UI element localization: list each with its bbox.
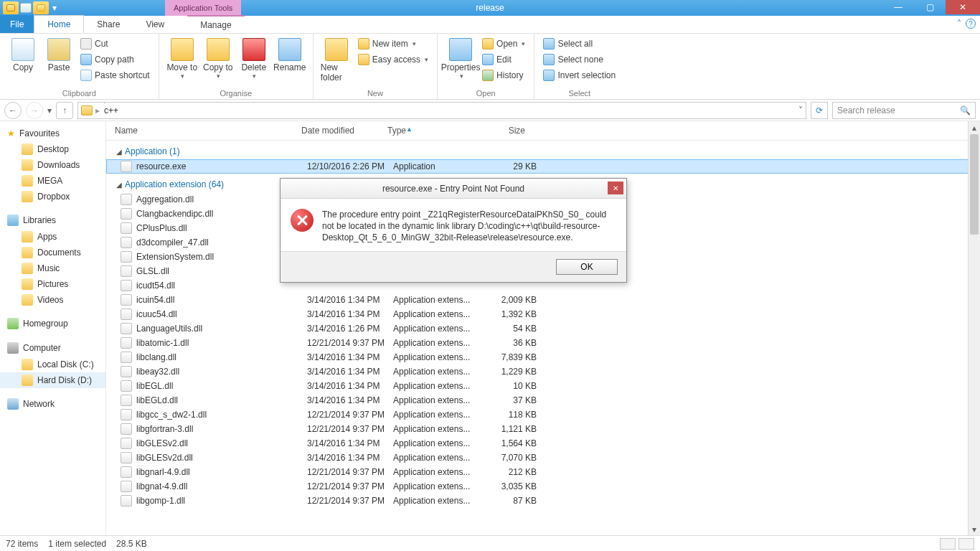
status-item-count: 72 items bbox=[6, 539, 38, 549]
ok-button[interactable]: OK bbox=[556, 259, 618, 275]
up-button[interactable]: ↑ bbox=[56, 102, 73, 119]
qat-properties-icon[interactable] bbox=[20, 3, 32, 13]
nav-item[interactable]: Music bbox=[0, 260, 105, 276]
details-view-button[interactable] bbox=[940, 538, 956, 550]
group-label: Select bbox=[540, 88, 618, 99]
qat-dropdown-icon[interactable]: ▾ bbox=[50, 3, 59, 13]
select-none-button[interactable]: Select none bbox=[540, 52, 618, 67]
copy-path-button[interactable]: Copy path bbox=[77, 52, 153, 67]
nav-homegroup[interactable]: Homegroup bbox=[0, 315, 105, 332]
col-type: Type ▲ bbox=[387, 126, 473, 136]
new-item-button[interactable]: New item bbox=[355, 37, 431, 51]
refresh-button[interactable]: ⟳ bbox=[811, 102, 828, 119]
scroll-down-icon[interactable]: ▾ bbox=[969, 523, 980, 535]
dialog-close-button[interactable]: ✕ bbox=[608, 182, 623, 194]
group-application[interactable]: ◢Application (1) bbox=[106, 141, 980, 159]
file-row[interactable]: libEGLd.dll3/14/2016 1:34 PMApplication … bbox=[106, 393, 980, 408]
folder-icon bbox=[22, 294, 33, 306]
nav-item[interactable]: Desktop bbox=[0, 141, 105, 157]
file-row[interactable]: libgcc_s_dw2-1.dll12/21/2014 9:37 PMAppl… bbox=[106, 408, 980, 422]
nav-item[interactable]: Local Disk (C:) bbox=[0, 357, 105, 372]
tab-share[interactable]: Share bbox=[84, 15, 133, 33]
recent-locations-icon[interactable]: ▾ bbox=[47, 105, 52, 116]
file-row[interactable]: libgnat-4.9.dll12/21/2014 9:37 PMApplica… bbox=[106, 479, 980, 494]
rename-button[interactable]: Rename bbox=[273, 37, 307, 74]
maximize-button[interactable]: ▢ bbox=[914, 0, 946, 14]
delete-button[interactable]: Delete bbox=[237, 37, 271, 81]
file-icon bbox=[121, 452, 132, 463]
move-to-button[interactable]: Move to bbox=[165, 37, 199, 81]
file-icon bbox=[121, 265, 132, 277]
cut-button[interactable]: Cut bbox=[77, 37, 153, 51]
file-row[interactable]: libEGL.dll3/14/2016 1:34 PMApplication e… bbox=[106, 379, 980, 393]
file-row[interactable]: resource.exe12/10/2016 2:26 PMApplicatio… bbox=[106, 159, 980, 174]
folder-icon bbox=[22, 175, 33, 187]
breadcrumb[interactable]: ▸ Computer▸Hard Disk (D:)▸coding▸c++▸qt▸… bbox=[77, 102, 806, 119]
history-button[interactable]: History bbox=[479, 68, 528, 83]
explorer-icon[interactable] bbox=[3, 1, 19, 14]
icons-view-button[interactable] bbox=[958, 538, 974, 550]
search-icon: 🔍 bbox=[960, 105, 971, 116]
invert-selection-button[interactable]: Invert selection bbox=[540, 68, 618, 83]
help-icon[interactable]: ? bbox=[966, 19, 976, 29]
file-row[interactable]: libeay32.dll3/14/2016 1:34 PMApplication… bbox=[106, 364, 980, 379]
folder-icon bbox=[22, 375, 33, 386]
easy-access-button[interactable]: Easy access bbox=[355, 52, 431, 67]
edit-button[interactable]: Edit bbox=[479, 52, 528, 67]
file-row[interactable]: LanguageUtils.dll3/14/2016 1:26 PMApplic… bbox=[106, 321, 980, 336]
minimize-button[interactable]: — bbox=[882, 0, 914, 14]
file-row[interactable]: libclang.dll3/14/2016 1:34 PMApplication… bbox=[106, 350, 980, 364]
nav-favourites[interactable]: ★Favourites bbox=[0, 126, 105, 141]
select-all-button[interactable]: Select all bbox=[540, 37, 618, 51]
file-row[interactable]: libgomp-1.dll12/21/2014 9:37 PMApplicati… bbox=[106, 494, 980, 508]
properties-button[interactable]: Properties bbox=[443, 37, 478, 81]
file-row[interactable]: libGLESv2d.dll3/14/2016 1:34 PMApplicati… bbox=[106, 451, 980, 465]
qat-newfolder-icon[interactable] bbox=[33, 1, 49, 14]
nav-network[interactable]: Network bbox=[0, 395, 105, 413]
group-label: Open bbox=[443, 88, 528, 99]
file-row[interactable]: icuuc54.dll3/14/2016 1:34 PMApplication … bbox=[106, 307, 980, 321]
nav-item[interactable]: Hard Disk (D:) bbox=[0, 372, 105, 388]
nav-item[interactable]: Dropbox bbox=[0, 189, 105, 204]
file-icon bbox=[121, 309, 132, 320]
folder-icon bbox=[22, 143, 33, 155]
nav-item[interactable]: Documents bbox=[0, 245, 105, 260]
new-folder-button[interactable]: New folder bbox=[319, 37, 354, 84]
close-button[interactable]: ✕ bbox=[946, 0, 980, 14]
scroll-thumb[interactable] bbox=[970, 134, 979, 235]
nav-computer[interactable]: Computer bbox=[0, 339, 105, 357]
paste-button[interactable]: Paste bbox=[42, 37, 76, 74]
file-row[interactable]: libatomic-1.dll12/21/2014 9:37 PMApplica… bbox=[106, 336, 980, 350]
tab-home[interactable]: Home bbox=[34, 15, 84, 33]
tab-file[interactable]: File bbox=[0, 15, 34, 33]
nav-libraries[interactable]: Libraries bbox=[0, 212, 105, 229]
paste-shortcut-button[interactable]: Paste shortcut bbox=[77, 68, 153, 83]
col-name: Name bbox=[115, 126, 301, 136]
file-icon bbox=[121, 395, 132, 406]
copy-to-button[interactable]: Copy to bbox=[201, 37, 235, 81]
nav-item[interactable]: MEGA bbox=[0, 173, 105, 189]
file-icon bbox=[121, 161, 132, 172]
file-row[interactable]: libgfortran-3.dll12/21/2014 9:37 PMAppli… bbox=[106, 422, 980, 436]
scrollbar[interactable]: ▴ ▾ bbox=[968, 121, 980, 535]
search-input[interactable]: Search release 🔍 bbox=[832, 102, 976, 119]
file-row[interactable]: libgnarl-4.9.dll12/21/2014 9:37 PMApplic… bbox=[106, 465, 980, 479]
tab-manage[interactable]: Manage bbox=[187, 15, 244, 33]
ribbon-collapse-icon[interactable]: ˄ bbox=[957, 19, 961, 29]
copy-button[interactable]: Copy bbox=[6, 37, 40, 74]
breadcrumb-seg[interactable]: c++ bbox=[103, 105, 329, 116]
file-row[interactable]: libGLESv2.dll3/14/2016 1:34 PMApplicatio… bbox=[106, 436, 980, 451]
column-headers[interactable]: Name Date modified Type ▲ Size bbox=[106, 121, 980, 141]
tab-view[interactable]: View bbox=[133, 15, 177, 33]
nav-item[interactable]: Apps bbox=[0, 229, 105, 245]
file-row[interactable]: icuin54.dll3/14/2016 1:34 PMApplication … bbox=[106, 293, 980, 307]
nav-item[interactable]: Pictures bbox=[0, 276, 105, 292]
nav-item[interactable]: Downloads bbox=[0, 157, 105, 173]
back-button[interactable]: ← bbox=[4, 102, 22, 119]
scroll-up-icon[interactable]: ▴ bbox=[969, 121, 980, 133]
nav-item[interactable]: Videos bbox=[0, 292, 105, 308]
forward-button[interactable]: → bbox=[26, 102, 43, 119]
folder-icon bbox=[22, 359, 33, 370]
file-icon bbox=[121, 294, 132, 306]
open-button[interactable]: Open bbox=[479, 37, 528, 51]
